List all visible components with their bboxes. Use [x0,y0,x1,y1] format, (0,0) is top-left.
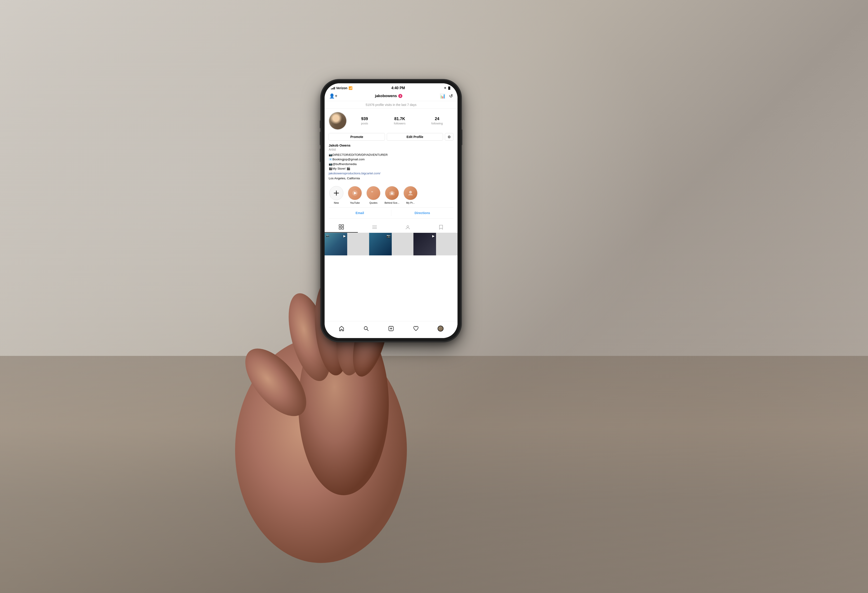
svg-text:": " [371,190,373,196]
edit-profile-button[interactable]: Edit Profile [387,133,443,141]
bio-line-4: 🎬My Store! 🎬 [329,166,453,171]
phone-screen-area: Verizon 📶 4:40 PM ✶ ▐▌ 👤+ jakobowe [325,83,458,338]
svg-line-25 [367,330,369,331]
tab-saved[interactable] [424,222,458,232]
svg-rect-16 [339,225,341,227]
visits-banner: 51976 profile visits in the last 7 days [325,101,458,109]
svg-point-23 [407,225,409,227]
nav-search[interactable] [361,324,371,334]
svg-point-13 [391,193,393,195]
highlight-youtube[interactable]: YouTube [347,186,363,204]
action-buttons-row: Promote Edit Profile ⚙ [329,133,453,141]
bio-section: Jakob Owens Artist 📷DIRECTOR/EDITOR/DP/A… [329,143,453,181]
post-overlay-2: 📷 [387,234,390,238]
nav-add[interactable] [386,324,396,334]
highlight-circle-youtube [348,186,362,200]
story-highlights: New YouTube [329,184,453,206]
post-thumbnail-2[interactable]: 📷 [369,233,392,255]
nav-title-area: jakobowens 4 [375,94,402,98]
highlight-label-youtube: YouTube [350,202,360,204]
profile-highlight-icon [407,190,414,196]
following-count: 24 [431,116,443,121]
highlight-new[interactable]: New [329,186,344,204]
status-left: Verizon 📶 [331,86,353,90]
signal-bar-1 [331,88,332,90]
profile-stats: 939 posts 81.7K followers 24 following [347,116,453,125]
settings-button[interactable]: ⚙ [445,133,453,141]
highlight-label-mypr: My Pr... [406,202,415,204]
signal-bar-4 [334,87,335,90]
saved-icon [438,225,443,230]
home-icon [339,326,344,331]
nav-profile-avatar [438,326,443,331]
highlight-circle-mypr [403,186,418,200]
mute-button [320,121,321,128]
post-thumbnail-1[interactable]: ▶ 📷 [325,233,347,255]
svg-point-24 [364,327,367,330]
followers-stat[interactable]: 81.7K followers [394,116,406,125]
nav-likes[interactable] [411,324,421,334]
status-bar: Verizon 📶 4:40 PM ✶ ▐▌ [325,83,458,91]
tab-list[interactable] [358,222,391,232]
add-user-icon[interactable]: 👤+ [329,93,338,99]
highlight-quotes[interactable]: " Quotes [366,186,381,204]
avatar-image [329,112,346,129]
promote-button[interactable]: Promote [329,133,385,141]
heart-icon [413,326,419,331]
carrier-label: Verizon [336,86,347,90]
bio-category: Artist [329,148,453,151]
email-button[interactable]: Email [329,210,391,216]
bio-line-2: 📧Bookingjop@gmail.com [329,157,453,162]
signal-bars [331,87,335,90]
profile-avatar[interactable] [329,112,347,130]
followers-count: 81.7K [394,116,406,121]
bottom-navigation [325,321,458,338]
nav-profile[interactable] [435,324,446,334]
visits-text: 51976 profile visits in the last 7 days [366,103,416,107]
nav-left-icons: 👤+ [329,93,338,99]
tab-tagged[interactable] [391,222,424,232]
phone-device: Verizon 📶 4:40 PM ✶ ▐▌ 👤+ jakobowe [321,80,461,342]
play-icon [352,190,358,196]
activity-icon[interactable]: ↺ [449,93,453,99]
signal-bar-2 [332,88,333,90]
power-button [461,129,462,145]
quote-icon: " [370,190,376,196]
plus-icon [333,190,340,196]
post-thumbnail-3[interactable]: ▶ [413,233,436,255]
directions-button[interactable]: Directions [391,210,454,216]
highlight-mypr[interactable]: My Pr... [403,186,418,204]
content-tabs [325,222,458,233]
tab-grid[interactable] [325,222,358,232]
post-overlay-3: ▶ [432,234,435,238]
followers-label: followers [394,122,406,125]
highlight-circle-behind [385,186,399,200]
post-overlay-1: ▶ [343,234,346,238]
highlight-label-new: New [334,202,339,204]
status-right: ✶ ▐▌ [444,87,451,90]
grid-icon [339,224,344,230]
analytics-icon[interactable]: 📊 [440,93,446,99]
nav-right-icons: 📊 ↺ [440,93,453,99]
nav-bar: 👤+ jakobowens 4 📊 ↺ [325,91,458,101]
battery-icon: ▐▌ [447,87,451,90]
svg-rect-14 [391,191,393,192]
nav-home[interactable] [337,324,347,334]
bio-line-3: 📷@buffnerdsmedia [329,162,453,166]
signal-bar-3 [333,87,334,90]
following-stat[interactable]: 24 following [431,116,443,125]
svg-rect-18 [339,227,341,229]
svg-point-15 [409,191,412,194]
scene: Verizon 📶 4:40 PM ✶ ▐▌ 👤+ jakobowe [276,48,592,545]
highlight-circle-new [329,186,343,200]
highlight-circle-quotes: " [366,186,381,200]
svg-rect-17 [342,225,344,227]
posts-stat: 939 posts [361,116,368,125]
wifi-icon: 📶 [348,86,353,90]
list-icon [372,225,377,230]
bio-name: Jakob Owens [329,143,453,147]
search-icon [363,326,369,331]
notification-badge: 4 [398,94,402,98]
highlight-behind[interactable]: Behind Sce... [384,186,400,204]
bio-link[interactable]: jakobowensproductions.bigcartel.com/ [329,171,453,176]
